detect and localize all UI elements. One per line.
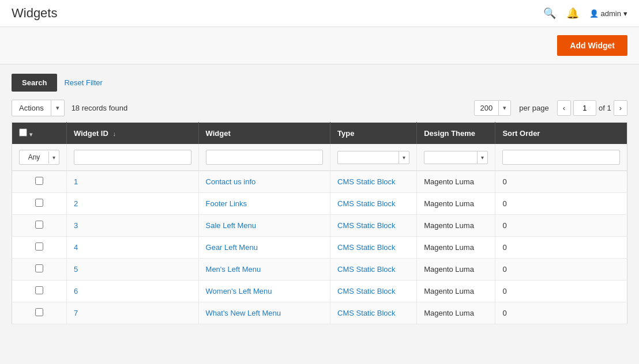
th-checkbox-arrow[interactable]: ▾	[29, 131, 32, 138]
th-sort-order[interactable]: Sort Order	[495, 123, 627, 145]
widget-name-link[interactable]: Gear Left Menu	[206, 243, 258, 252]
prev-page-button[interactable]: ‹	[557, 100, 571, 116]
sort-order-cell: 0	[495, 171, 627, 193]
widget-type-link[interactable]: CMS Static Block	[337, 265, 395, 274]
table-row: 6 Women's Left Menu CMS Static Block Mag…	[12, 280, 627, 302]
per-page-arrow-icon[interactable]: ▾	[499, 101, 510, 115]
per-page-select[interactable]: 200 ▾	[474, 100, 512, 116]
toolbar: Actions ▾ 18 records found 200 ▾ per pag…	[12, 100, 627, 116]
th-type[interactable]: Type	[330, 123, 417, 145]
admin-menu[interactable]: 👤 admin ▾	[589, 9, 627, 18]
row-checkbox[interactable]	[35, 199, 43, 207]
admin-dropdown-arrow: ▾	[623, 9, 627, 18]
row-checkbox[interactable]	[35, 264, 43, 272]
widget-id-link[interactable]: 6	[74, 287, 78, 295]
table-row: 5 Men's Left Menu CMS Static Block Magen…	[12, 259, 627, 280]
widget-type-link[interactable]: CMS Static Block	[337, 221, 395, 230]
filter-bar: Search Reset Filter	[12, 74, 627, 92]
sort-order-cell: 0	[495, 215, 627, 237]
reset-filter-link[interactable]: Reset Filter	[64, 78, 102, 87]
th-widget[interactable]: Widget	[198, 123, 330, 145]
toolbar-left: Actions ▾ 18 records found	[12, 100, 127, 116]
widget-id-link[interactable]: 5	[74, 265, 78, 274]
sort-order-cell: 0	[495, 280, 627, 302]
filter-widget-name-input[interactable]	[206, 150, 324, 165]
actions-label: Actions	[12, 100, 51, 116]
header-right: 🔍 🔔 👤 admin ▾	[543, 7, 627, 20]
row-checkbox[interactable]	[35, 308, 43, 316]
design-theme-cell: Magento Luma	[417, 302, 495, 324]
table-row: 2 Footer Links CMS Static Block Magento …	[12, 193, 627, 215]
filter-row: Any ▾ ▾	[12, 144, 627, 171]
filter-type-arrow-icon[interactable]: ▾	[399, 151, 409, 164]
widget-type-link[interactable]: CMS Static Block	[337, 177, 395, 186]
sort-icon: ↓	[112, 130, 116, 137]
design-theme-cell: Magento Luma	[417, 259, 495, 280]
table-row: 7 What's New Left Menu CMS Static Block …	[12, 302, 627, 324]
widget-id-link[interactable]: 3	[74, 221, 78, 230]
select-all-checkbox[interactable]	[19, 128, 27, 136]
any-arrow-icon[interactable]: ▾	[48, 151, 59, 164]
widget-id-link[interactable]: 7	[74, 309, 78, 317]
row-checkbox[interactable]	[35, 221, 43, 229]
actions-dropdown[interactable]: Actions ▾	[12, 100, 65, 116]
table-header-row: ▾ Widget ID ↓ Widget Type Design Theme S…	[12, 123, 627, 145]
search-button[interactable]: Search	[12, 74, 57, 92]
sort-order-cell: 0	[495, 302, 627, 324]
design-theme-cell: Magento Luma	[417, 215, 495, 237]
toolbar-right: 200 ▾ per page ‹ of 1 ›	[474, 100, 627, 116]
widget-type-link[interactable]: CMS Static Block	[337, 243, 395, 252]
bell-icon[interactable]: 🔔	[566, 7, 579, 20]
table-row: 3 Sale Left Menu CMS Static Block Magent…	[12, 215, 627, 237]
widget-id-link[interactable]: 1	[74, 177, 78, 186]
widget-name-link[interactable]: Men's Left Menu	[206, 265, 261, 274]
widget-name-link[interactable]: Sale Left Menu	[206, 221, 256, 230]
per-page-label: per page	[516, 104, 552, 112]
any-select[interactable]: Any ▾	[19, 150, 59, 165]
per-page-value: 200	[475, 101, 499, 115]
row-checkbox[interactable]	[35, 286, 43, 294]
th-widget-id[interactable]: Widget ID ↓	[67, 123, 199, 145]
next-page-button[interactable]: ›	[614, 100, 627, 116]
admin-label-text: admin	[601, 9, 621, 18]
filter-theme-select[interactable]: ▾	[424, 151, 488, 164]
row-checkbox[interactable]	[35, 242, 43, 251]
page-input[interactable]	[573, 100, 596, 116]
design-theme-cell: Magento Luma	[417, 237, 495, 259]
filter-type-select[interactable]: ▾	[337, 151, 409, 164]
table-row: 4 Gear Left Menu CMS Static Block Magent…	[12, 237, 627, 259]
th-design-theme[interactable]: Design Theme	[417, 123, 495, 145]
widget-id-link[interactable]: 4	[74, 243, 78, 252]
widget-type-link[interactable]: CMS Static Block	[337, 199, 395, 208]
of-label: of 1	[599, 104, 611, 112]
records-count: 18 records found	[72, 104, 128, 112]
filter-sort-order-input[interactable]	[502, 150, 620, 165]
widget-id-link[interactable]: 2	[74, 199, 78, 208]
widget-name-link[interactable]: Women's Left Menu	[206, 287, 272, 295]
pagination: ‹ of 1 ›	[557, 100, 627, 116]
actions-arrow-icon[interactable]: ▾	[51, 101, 64, 115]
row-checkbox[interactable]	[35, 177, 43, 185]
design-theme-cell: Magento Luma	[417, 280, 495, 302]
widgets-table: ▾ Widget ID ↓ Widget Type Design Theme S…	[12, 122, 627, 324]
filter-theme-arrow-icon[interactable]: ▾	[477, 151, 487, 164]
sort-order-cell: 0	[495, 259, 627, 280]
search-icon[interactable]: 🔍	[543, 7, 556, 20]
sort-order-cell: 0	[495, 237, 627, 259]
user-icon: 👤	[589, 9, 599, 18]
widget-name-link[interactable]: Footer Links	[206, 199, 247, 208]
th-checkbox[interactable]: ▾	[12, 123, 67, 145]
table-row: 1 Contact us info CMS Static Block Magen…	[12, 171, 627, 193]
add-widget-button[interactable]: Add Widget	[557, 35, 627, 56]
design-theme-cell: Magento Luma	[417, 193, 495, 215]
any-value: Any	[20, 150, 48, 164]
widget-name-link[interactable]: What's New Left Menu	[206, 309, 281, 317]
header: Widgets 🔍 🔔 👤 admin ▾	[0, 0, 639, 27]
design-theme-cell: Magento Luma	[417, 171, 495, 193]
widget-name-link[interactable]: Contact us info	[206, 177, 256, 186]
filter-widget-id-input[interactable]	[74, 150, 191, 165]
main-content: Search Reset Filter Actions ▾ 18 records…	[0, 65, 639, 333]
widget-type-link[interactable]: CMS Static Block	[337, 309, 395, 317]
widget-type-link[interactable]: CMS Static Block	[337, 287, 395, 295]
action-bar: Add Widget	[0, 27, 639, 65]
